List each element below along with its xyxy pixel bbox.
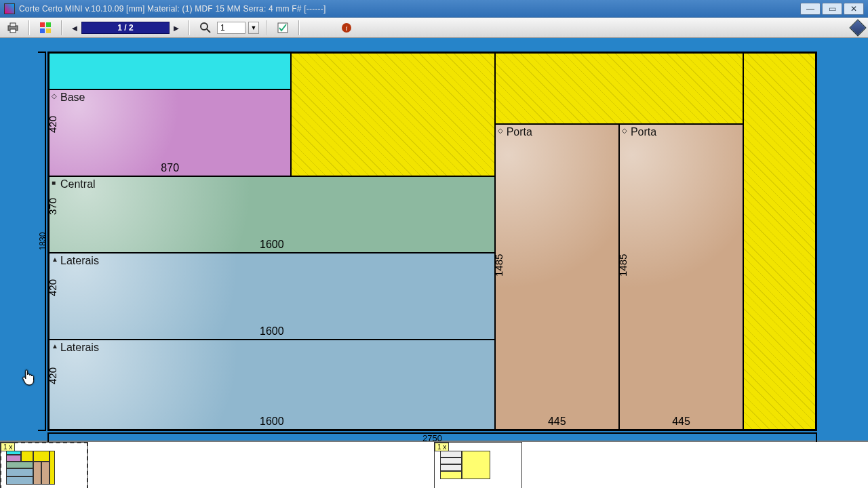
page-indicator-label: 1 / 2 [117,23,133,33]
zoom-dropdown[interactable]: ▼ [248,22,259,34]
piece-height: 420 [47,367,58,384]
grain-icon: ■ [52,179,56,186]
piece-base[interactable]: ◇ Base 420 870 [49,89,291,176]
piece-waste-right-col[interactable] [743,53,816,430]
help-icon[interactable]: i [338,20,355,35]
grain-icon: ▲ [52,342,58,350]
svg-rect-6 [46,28,51,33]
sheet-height-label: 1830 [38,232,47,251]
thumbnail-strip: 1 x 1 x [0,441,868,488]
app-icon [4,3,15,14]
svg-rect-3 [40,22,45,27]
page-navigator: ◄ 1 / 2 ► [69,22,182,34]
thumbnail-1[interactable]: 1 x [0,442,88,488]
minimize-button[interactable]: — [800,3,821,15]
piece-height: 1485 [616,254,628,277]
piece-height: 420 [47,279,58,296]
grain-icon: ▲ [52,256,58,263]
piece-laterais-2[interactable]: ▲ Laterais 420 1600 [49,340,495,430]
piece-width: 1600 [260,415,284,428]
palette-icon[interactable] [37,20,54,35]
piece-width: 445 [672,415,690,428]
close-button[interactable]: ✕ [844,3,864,15]
maximize-button[interactable]: ▭ [822,3,842,15]
piece-laterais-1[interactable]: ▲ Laterais 420 1600 [49,253,495,340]
piece-waste-top[interactable] [291,53,494,176]
piece-offcut-cyan[interactable] [49,53,291,89]
piece-label: Porta [631,126,656,138]
svg-rect-4 [46,22,51,27]
svg-point-7 [201,23,208,30]
piece-label: Laterais [60,255,99,267]
horizontal-ruler: 2750 [47,432,817,441]
piece-porta-1[interactable]: ◇ Porta 1485 445 [495,124,619,430]
next-page-button[interactable]: ► [171,22,182,34]
svg-text:i: i [345,24,347,32]
svg-rect-5 [40,28,45,33]
grain-icon: ◇ [52,92,57,100]
grain-icon: ◇ [498,127,503,134]
window-title: Corte Certo MINI v.10.10.09 [mm] Materia… [19,4,326,14]
thumbnail-2[interactable]: 1 x [434,442,522,488]
grain-icon: ◇ [622,127,627,134]
print-icon[interactable] [4,20,22,35]
titlebar: Corte Certo MINI v.10.10.09 [mm] Materia… [0,0,868,18]
prev-page-button[interactable]: ◄ [69,22,80,34]
options-icon[interactable] [274,20,292,35]
piece-waste-right-top[interactable] [495,53,743,124]
zoom-icon[interactable] [197,20,214,35]
cutting-sheet[interactable]: 1830 2750 ◇ Base 420 870 ■ Central 37 [47,52,817,431]
work-area[interactable]: 1830 2750 ◇ Base 420 870 ■ Central 37 [0,38,868,441]
zoom-input[interactable] [217,22,245,34]
piece-width: 870 [161,162,179,174]
piece-height: 370 [47,197,58,214]
svg-rect-2 [10,29,16,33]
piece-label: Central [60,178,96,190]
cursor-icon [22,369,37,386]
logo-icon [852,22,864,34]
piece-height: 1485 [492,254,504,277]
piece-label: Base [60,92,85,104]
piece-porta-2[interactable]: ◇ Porta 1485 445 [619,124,743,430]
piece-width: 1600 [260,239,284,251]
piece-width: 445 [548,415,566,428]
vertical-ruler: 1830 [38,52,46,431]
svg-line-8 [207,29,210,33]
piece-width: 1600 [260,325,284,338]
page-indicator[interactable]: 1 / 2 [81,22,170,34]
piece-central[interactable]: ■ Central 370 1600 [49,176,495,252]
piece-label: Porta [507,126,532,138]
piece-label: Laterais [60,342,99,354]
toolbar: ◄ 1 / 2 ► ▼ i [0,18,868,38]
svg-rect-1 [10,23,16,26]
piece-height: 420 [47,116,58,133]
